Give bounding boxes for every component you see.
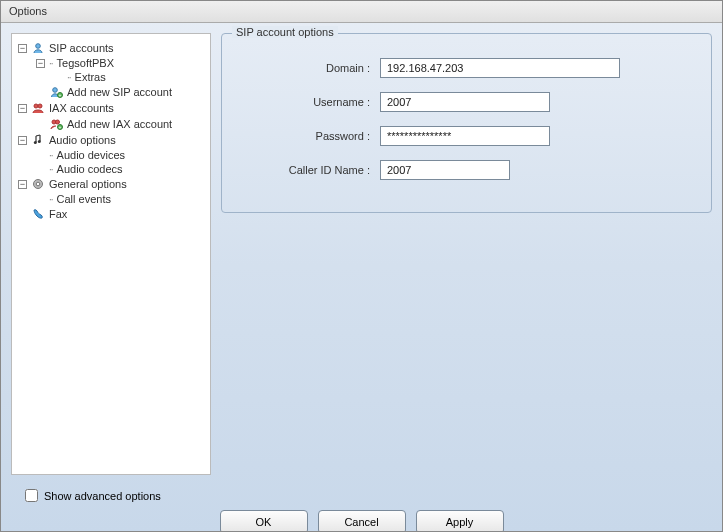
svg-point-5 [38,104,42,108]
password-label: Password : [240,130,380,142]
row-domain: Domain : [240,58,693,78]
expander-icon[interactable]: − [36,59,45,68]
bottom-bar: Show advanced options OK Cancel Apply [1,485,722,532]
tree-tegsoftpbx[interactable]: − ·· TegsoftPBX [16,56,206,70]
advanced-options-checkbox[interactable] [25,489,38,502]
tree-label: Audio devices [57,149,126,161]
tree-connector-icon: ·· [49,194,53,205]
svg-point-13 [36,182,40,186]
svg-point-0 [36,44,41,49]
apply-button[interactable]: Apply [416,510,504,532]
users-add-icon: + [49,117,63,131]
dialog-buttons: OK Cancel Apply [15,510,708,532]
content-area: − SIP accounts − ·· TegsoftPBX ·· Extras… [1,23,722,485]
tree-audio-codecs[interactable]: ·· Audio codecs [16,162,206,176]
username-input[interactable] [380,92,550,112]
tree-fax[interactable]: Fax [16,206,206,222]
tree-label: SIP accounts [49,42,114,54]
music-note-icon [31,133,45,147]
tree-sip-accounts[interactable]: − SIP accounts [16,40,206,56]
svg-point-10 [34,141,37,144]
ok-button[interactable]: OK [220,510,308,532]
svg-point-1 [53,88,58,93]
right-panel: SIP account options Domain : Username : … [221,33,712,475]
callerid-label: Caller ID Name : [240,164,380,176]
sip-account-options-group: SIP account options Domain : Username : … [221,33,712,213]
svg-text:+: + [59,124,62,130]
user-icon [31,41,45,55]
tree-label: General options [49,178,127,190]
tree-label: Add new SIP account [67,86,172,98]
tree-connector-icon: ·· [49,164,53,175]
options-tree[interactable]: − SIP accounts − ·· TegsoftPBX ·· Extras… [11,33,211,475]
window-title: Options [9,5,47,17]
username-label: Username : [240,96,380,108]
cancel-button[interactable]: Cancel [318,510,406,532]
tree-label: IAX accounts [49,102,114,114]
domain-label: Domain : [240,62,380,74]
tree-label: Audio options [49,134,116,146]
tree-connector-icon: ·· [49,58,53,69]
users-icon [31,101,45,115]
gear-icon [31,177,45,191]
expander-icon[interactable]: − [18,44,27,53]
svg-text:+: + [59,92,62,98]
tree-add-iax-account[interactable]: + Add new IAX account [16,116,206,132]
tree-label: Call events [57,193,111,205]
tree-extras[interactable]: ·· Extras [16,70,206,84]
groupbox-title: SIP account options [232,26,338,38]
tree-label: Fax [49,208,67,220]
svg-point-11 [38,140,41,143]
tree-label: Add new IAX account [67,118,172,130]
tree-connector-icon: ·· [67,72,71,83]
tree-connector-icon: ·· [49,150,53,161]
tree-label: Audio codecs [57,163,123,175]
tree-add-sip-account[interactable]: + Add new SIP account [16,84,206,100]
advanced-options-label: Show advanced options [44,490,161,502]
tree-call-events[interactable]: ·· Call events [16,192,206,206]
row-password: Password : [240,126,693,146]
row-username: Username : [240,92,693,112]
callerid-input[interactable] [380,160,510,180]
tree-label: TegsoftPBX [57,57,114,69]
titlebar: Options [1,1,722,23]
domain-input[interactable] [380,58,620,78]
password-input[interactable] [380,126,550,146]
user-add-icon: + [49,85,63,99]
tree-label: Extras [75,71,106,83]
advanced-options-row: Show advanced options [15,489,708,502]
tree-iax-accounts[interactable]: − IAX accounts [16,100,206,116]
tree-general-options[interactable]: − General options [16,176,206,192]
phone-icon [31,207,45,221]
tree-audio-devices[interactable]: ·· Audio devices [16,148,206,162]
expander-icon[interactable]: − [18,180,27,189]
tree-audio-options[interactable]: − Audio options [16,132,206,148]
row-callerid: Caller ID Name : [240,160,693,180]
expander-icon[interactable]: − [18,104,27,113]
svg-point-4 [34,104,38,108]
expander-icon[interactable]: − [18,136,27,145]
